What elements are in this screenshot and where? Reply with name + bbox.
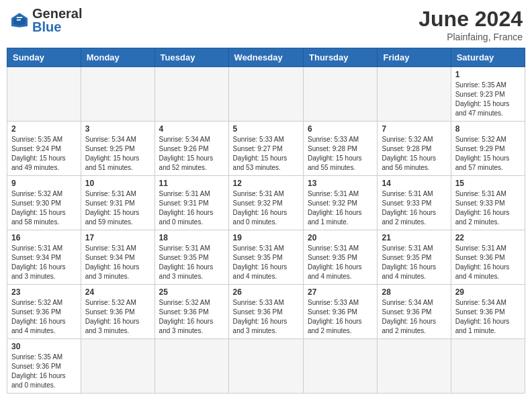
calendar-cell: 27Sunrise: 5:33 AM Sunset: 9:36 PM Dayli… xyxy=(304,285,378,339)
calendar-cell: 9Sunrise: 5:32 AM Sunset: 9:30 PM Daylig… xyxy=(7,176,81,230)
calendar-cell xyxy=(304,339,378,394)
calendar-cell xyxy=(154,339,228,394)
calendar-header-row: SundayMondayTuesdayWednesdayThursdayFrid… xyxy=(7,48,525,67)
calendar-cell xyxy=(304,67,378,122)
day-info: Sunrise: 5:33 AM Sunset: 9:27 PM Dayligh… xyxy=(233,135,299,173)
day-info: Sunrise: 5:32 AM Sunset: 9:29 PM Dayligh… xyxy=(455,135,521,173)
calendar-cell: 5Sunrise: 5:33 AM Sunset: 9:27 PM Daylig… xyxy=(228,122,303,176)
day-info: Sunrise: 5:31 AM Sunset: 9:32 PM Dayligh… xyxy=(308,189,373,227)
day-number: 12 xyxy=(233,179,299,188)
calendar-week-row: 9Sunrise: 5:32 AM Sunset: 9:30 PM Daylig… xyxy=(7,176,525,230)
day-info: Sunrise: 5:33 AM Sunset: 9:36 PM Dayligh… xyxy=(308,298,373,336)
title-block: June 2024 Plainfaing, France xyxy=(418,7,523,42)
calendar-cell xyxy=(81,339,154,394)
day-header-saturday: Saturday xyxy=(451,48,525,67)
day-info: Sunrise: 5:34 AM Sunset: 9:26 PM Dayligh… xyxy=(159,135,224,173)
calendar-cell: 23Sunrise: 5:32 AM Sunset: 9:36 PM Dayli… xyxy=(7,285,81,339)
day-number: 30 xyxy=(11,342,77,351)
day-number: 15 xyxy=(455,179,521,188)
day-info: Sunrise: 5:35 AM Sunset: 9:23 PM Dayligh… xyxy=(455,81,521,118)
calendar-cell xyxy=(228,67,303,122)
calendar-week-row: 23Sunrise: 5:32 AM Sunset: 9:36 PM Dayli… xyxy=(7,285,525,339)
calendar-cell xyxy=(228,339,303,394)
calendar-cell: 3Sunrise: 5:34 AM Sunset: 9:25 PM Daylig… xyxy=(81,122,154,176)
calendar-cell: 25Sunrise: 5:32 AM Sunset: 9:36 PM Dayli… xyxy=(154,285,228,339)
day-number: 20 xyxy=(308,233,373,242)
svg-rect-2 xyxy=(17,17,22,18)
day-number: 21 xyxy=(382,233,446,242)
calendar-cell: 28Sunrise: 5:34 AM Sunset: 9:36 PM Dayli… xyxy=(378,285,451,339)
day-info: Sunrise: 5:34 AM Sunset: 9:25 PM Dayligh… xyxy=(85,135,150,173)
calendar-cell: 17Sunrise: 5:31 AM Sunset: 9:34 PM Dayli… xyxy=(81,230,154,285)
calendar-cell xyxy=(378,339,451,394)
day-info: Sunrise: 5:31 AM Sunset: 9:35 PM Dayligh… xyxy=(308,244,373,281)
logo-blue-text: Blue xyxy=(32,20,82,34)
calendar-cell: 22Sunrise: 5:31 AM Sunset: 9:36 PM Dayli… xyxy=(451,230,525,285)
calendar-cell: 15Sunrise: 5:31 AM Sunset: 9:33 PM Dayli… xyxy=(451,176,525,230)
day-number: 16 xyxy=(11,233,77,242)
day-number: 19 xyxy=(233,233,299,242)
calendar-table: SundayMondayTuesdayWednesdayThursdayFrid… xyxy=(7,48,525,394)
day-number: 8 xyxy=(455,124,521,134)
day-info: Sunrise: 5:32 AM Sunset: 9:36 PM Dayligh… xyxy=(159,298,224,336)
logo: General Blue xyxy=(9,7,82,34)
calendar-cell: 11Sunrise: 5:31 AM Sunset: 9:31 PM Dayli… xyxy=(154,176,228,230)
day-header-wednesday: Wednesday xyxy=(228,48,303,67)
day-info: Sunrise: 5:31 AM Sunset: 9:31 PM Dayligh… xyxy=(85,189,150,227)
calendar-cell: 19Sunrise: 5:31 AM Sunset: 9:35 PM Dayli… xyxy=(228,230,303,285)
calendar-cell: 6Sunrise: 5:33 AM Sunset: 9:28 PM Daylig… xyxy=(304,122,378,176)
day-info: Sunrise: 5:33 AM Sunset: 9:28 PM Dayligh… xyxy=(308,135,373,173)
day-info: Sunrise: 5:31 AM Sunset: 9:33 PM Dayligh… xyxy=(455,189,521,227)
calendar-cell xyxy=(451,339,525,394)
logo-text: General xyxy=(32,7,82,20)
calendar-cell: 14Sunrise: 5:31 AM Sunset: 9:33 PM Dayli… xyxy=(378,176,451,230)
day-info: Sunrise: 5:31 AM Sunset: 9:36 PM Dayligh… xyxy=(455,244,521,281)
day-info: Sunrise: 5:34 AM Sunset: 9:36 PM Dayligh… xyxy=(382,298,446,336)
day-header-monday: Monday xyxy=(81,48,154,67)
day-info: Sunrise: 5:31 AM Sunset: 9:34 PM Dayligh… xyxy=(11,244,77,281)
calendar-cell xyxy=(154,67,228,122)
day-info: Sunrise: 5:35 AM Sunset: 9:24 PM Dayligh… xyxy=(11,135,77,173)
calendar-week-row: 1Sunrise: 5:35 AM Sunset: 9:23 PM Daylig… xyxy=(7,67,525,122)
calendar-cell: 13Sunrise: 5:31 AM Sunset: 9:32 PM Dayli… xyxy=(304,176,378,230)
location-subtitle: Plainfaing, France xyxy=(418,32,523,42)
logo-icon xyxy=(9,10,30,30)
calendar-cell: 4Sunrise: 5:34 AM Sunset: 9:26 PM Daylig… xyxy=(154,122,228,176)
day-info: Sunrise: 5:32 AM Sunset: 9:36 PM Dayligh… xyxy=(85,298,150,336)
day-number: 25 xyxy=(159,287,224,297)
calendar-cell: 18Sunrise: 5:31 AM Sunset: 9:35 PM Dayli… xyxy=(154,230,228,285)
day-info: Sunrise: 5:32 AM Sunset: 9:28 PM Dayligh… xyxy=(382,135,446,173)
day-number: 28 xyxy=(382,287,446,297)
day-number: 24 xyxy=(85,287,150,297)
calendar-week-row: 2Sunrise: 5:35 AM Sunset: 9:24 PM Daylig… xyxy=(7,122,525,176)
day-number: 1 xyxy=(455,70,521,79)
day-number: 6 xyxy=(308,124,373,134)
day-number: 17 xyxy=(85,233,150,242)
day-header-thursday: Thursday xyxy=(304,48,378,67)
calendar-cell: 30Sunrise: 5:35 AM Sunset: 9:36 PM Dayli… xyxy=(7,339,81,394)
month-year-title: June 2024 xyxy=(418,7,523,32)
calendar-week-row: 16Sunrise: 5:31 AM Sunset: 9:34 PM Dayli… xyxy=(7,230,525,285)
day-number: 2 xyxy=(11,124,77,134)
calendar-cell: 2Sunrise: 5:35 AM Sunset: 9:24 PM Daylig… xyxy=(7,122,81,176)
day-number: 13 xyxy=(308,179,373,188)
day-header-friday: Friday xyxy=(378,48,451,67)
calendar-cell: 24Sunrise: 5:32 AM Sunset: 9:36 PM Dayli… xyxy=(81,285,154,339)
day-number: 26 xyxy=(233,287,299,297)
calendar-cell: 21Sunrise: 5:31 AM Sunset: 9:35 PM Dayli… xyxy=(378,230,451,285)
day-number: 14 xyxy=(382,179,446,188)
day-info: Sunrise: 5:31 AM Sunset: 9:35 PM Dayligh… xyxy=(233,244,299,281)
calendar-cell: 26Sunrise: 5:33 AM Sunset: 9:36 PM Dayli… xyxy=(228,285,303,339)
day-number: 22 xyxy=(455,233,521,242)
day-info: Sunrise: 5:31 AM Sunset: 9:31 PM Dayligh… xyxy=(159,189,224,227)
day-number: 23 xyxy=(11,287,77,297)
day-number: 4 xyxy=(159,124,224,134)
day-number: 27 xyxy=(308,287,373,297)
calendar-cell: 29Sunrise: 5:34 AM Sunset: 9:36 PM Dayli… xyxy=(451,285,525,339)
day-info: Sunrise: 5:31 AM Sunset: 9:34 PM Dayligh… xyxy=(85,244,150,281)
day-number: 11 xyxy=(159,179,224,188)
day-info: Sunrise: 5:31 AM Sunset: 9:35 PM Dayligh… xyxy=(382,244,446,281)
calendar-cell: 16Sunrise: 5:31 AM Sunset: 9:34 PM Dayli… xyxy=(7,230,81,285)
svg-rect-3 xyxy=(17,19,21,21)
calendar-week-row: 30Sunrise: 5:35 AM Sunset: 9:36 PM Dayli… xyxy=(7,339,525,394)
